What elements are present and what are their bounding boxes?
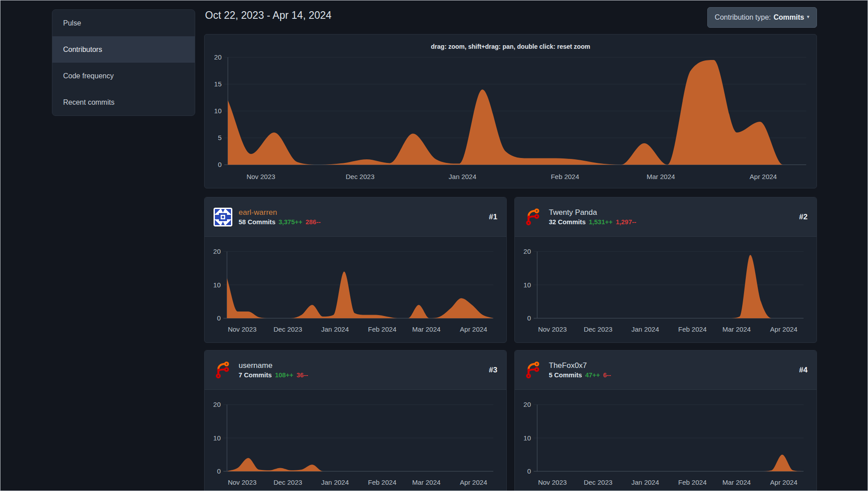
- contribution-type-value: Commits: [774, 13, 804, 21]
- contributor-additions: 108++: [275, 371, 293, 379]
- svg-text:20: 20: [523, 248, 531, 255]
- svg-text:10: 10: [523, 434, 531, 442]
- contributor-stats: 7 Commits108++36--: [239, 371, 308, 379]
- svg-text:Feb 2024: Feb 2024: [368, 478, 396, 486]
- svg-text:10: 10: [213, 434, 221, 442]
- svg-text:Mar 2024: Mar 2024: [723, 325, 751, 333]
- sidebar-menu: PulseContributorsCode frequencyRecent co…: [52, 9, 195, 116]
- svg-text:0: 0: [527, 467, 531, 475]
- contributor-chart[interactable]: 01020Nov 2023Dec 2023Jan 2024Feb 2024Mar…: [515, 390, 817, 491]
- svg-text:Apr 2024: Apr 2024: [770, 478, 797, 486]
- main-chart[interactable]: 05101520Nov 2023Dec 2023Jan 2024Feb 2024…: [205, 50, 817, 188]
- contributor-additions: 1,531++: [589, 218, 612, 226]
- sidebar-item-code-frequency[interactable]: Code frequency: [52, 63, 195, 89]
- svg-text:10: 10: [213, 281, 221, 289]
- contributor-chart[interactable]: 01020Nov 2023Dec 2023Jan 2024Feb 2024Mar…: [205, 237, 507, 343]
- identicon-avatar-icon: [214, 208, 232, 226]
- svg-text:Feb 2024: Feb 2024: [368, 325, 396, 333]
- contributor-rank: #3: [489, 366, 497, 375]
- contributor-deletions: 1,297--: [616, 218, 636, 226]
- svg-text:Feb 2024: Feb 2024: [551, 173, 579, 180]
- svg-text:5: 5: [218, 134, 222, 141]
- contributor-deletions: 36--: [296, 371, 308, 379]
- contributor-deletions: 286--: [305, 218, 321, 226]
- svg-text:Mar 2024: Mar 2024: [647, 173, 675, 180]
- avatar[interactable]: [524, 208, 543, 226]
- forgejo-logo-icon: [524, 361, 543, 380]
- svg-text:Dec 2023: Dec 2023: [584, 478, 612, 486]
- svg-text:Apr 2024: Apr 2024: [770, 325, 797, 333]
- avatar[interactable]: [214, 361, 232, 380]
- contributor-commits: 5 Commits: [549, 371, 582, 379]
- topbar: Oct 22, 2023 - Apr 14, 2024 Contribution…: [204, 0, 817, 34]
- svg-text:Feb 2024: Feb 2024: [678, 478, 706, 486]
- contributor-stats: 58 Commits3,375++286--: [239, 218, 321, 226]
- main-chart-panel: drag: zoom, shift+drag: pan, double clic…: [204, 34, 817, 188]
- contributor-additions: 47++: [585, 371, 600, 379]
- contributor-card-header: earl-warren58 Commits3,375++286--#1: [205, 197, 506, 237]
- contributor-card-header: TheFox0x75 Commits47++6--#4: [515, 350, 817, 390]
- svg-text:20: 20: [523, 401, 531, 408]
- contributor-deletions: 6--: [603, 371, 611, 379]
- sidebar-item-contributors[interactable]: Contributors: [52, 36, 195, 63]
- svg-text:10: 10: [214, 107, 222, 115]
- svg-text:Jan 2024: Jan 2024: [321, 325, 349, 333]
- svg-text:Mar 2024: Mar 2024: [412, 325, 440, 333]
- contributor-rank: #1: [489, 213, 497, 222]
- svg-text:Jan 2024: Jan 2024: [321, 478, 349, 486]
- sidebar-item-recent-commits[interactable]: Recent commits: [52, 89, 195, 115]
- avatar[interactable]: [214, 208, 232, 226]
- svg-text:0: 0: [217, 314, 221, 322]
- svg-text:15: 15: [214, 80, 222, 88]
- svg-text:Jan 2024: Jan 2024: [449, 173, 476, 180]
- svg-text:Nov 2023: Nov 2023: [228, 478, 257, 486]
- contributor-rank: #4: [799, 366, 808, 375]
- contributor-card: TheFox0x75 Commits47++6--#401020Nov 2023…: [514, 350, 817, 491]
- contributor-name[interactable]: username: [239, 361, 308, 370]
- svg-text:Jan 2024: Jan 2024: [632, 478, 659, 486]
- forgejo-logo-icon: [214, 361, 232, 380]
- contributor-commits: 32 Commits: [549, 218, 586, 226]
- contributor-name[interactable]: Twenty Panda: [549, 208, 636, 217]
- svg-text:Mar 2024: Mar 2024: [412, 478, 440, 486]
- contributor-card-header: Twenty Panda32 Commits1,531++1,297--#2: [515, 197, 817, 237]
- contributor-cards: earl-warren58 Commits3,375++286--#101020…: [204, 197, 817, 491]
- svg-text:20: 20: [214, 53, 222, 61]
- avatar[interactable]: [524, 361, 543, 380]
- svg-text:Nov 2023: Nov 2023: [228, 325, 257, 333]
- svg-text:0: 0: [218, 161, 222, 168]
- main-content: Oct 22, 2023 - Apr 14, 2024 Contribution…: [204, 0, 817, 491]
- forgejo-logo-icon: [524, 208, 543, 226]
- svg-text:Mar 2024: Mar 2024: [723, 478, 751, 486]
- chevron-down-icon: ▾: [807, 14, 809, 20]
- svg-text:0: 0: [217, 467, 221, 475]
- contributor-rank: #2: [799, 213, 808, 222]
- svg-text:Nov 2023: Nov 2023: [538, 478, 567, 486]
- svg-text:Dec 2023: Dec 2023: [346, 173, 374, 180]
- contributor-chart[interactable]: 01020Nov 2023Dec 2023Jan 2024Feb 2024Mar…: [515, 237, 817, 343]
- chart-hint: drag: zoom, shift+drag: pan, double clic…: [205, 34, 817, 50]
- contributor-name[interactable]: TheFox0x7: [549, 361, 611, 370]
- contributor-card: username7 Commits108++36--#301020Nov 202…: [204, 350, 507, 491]
- contribution-type-button[interactable]: Contribution type: Commits ▾: [707, 7, 817, 28]
- sidebar-item-pulse[interactable]: Pulse: [52, 10, 195, 36]
- svg-text:Nov 2023: Nov 2023: [538, 325, 567, 333]
- svg-text:Dec 2023: Dec 2023: [584, 325, 612, 333]
- contributor-name[interactable]: earl-warren: [239, 208, 321, 217]
- svg-text:20: 20: [213, 248, 221, 255]
- contributor-stats: 32 Commits1,531++1,297--: [549, 218, 636, 226]
- svg-text:Apr 2024: Apr 2024: [460, 478, 487, 486]
- svg-text:Feb 2024: Feb 2024: [678, 325, 706, 333]
- contributor-commits: 58 Commits: [239, 218, 275, 226]
- page-title: Oct 22, 2023 - Apr 14, 2024: [205, 9, 332, 21]
- contributor-stats: 5 Commits47++6--: [549, 371, 611, 379]
- contributor-card: earl-warren58 Commits3,375++286--#101020…: [204, 197, 507, 343]
- svg-text:10: 10: [523, 281, 531, 289]
- contributor-commits: 7 Commits: [239, 371, 272, 379]
- svg-text:Nov 2023: Nov 2023: [247, 173, 275, 180]
- contribution-type-label: Contribution type:: [715, 13, 771, 21]
- contributor-card-header: username7 Commits108++36--#3: [205, 350, 506, 390]
- contributor-chart[interactable]: 01020Nov 2023Dec 2023Jan 2024Feb 2024Mar…: [205, 390, 507, 491]
- app-window: PulseContributorsCode frequencyRecent co…: [0, 0, 868, 491]
- svg-text:Dec 2023: Dec 2023: [274, 478, 302, 486]
